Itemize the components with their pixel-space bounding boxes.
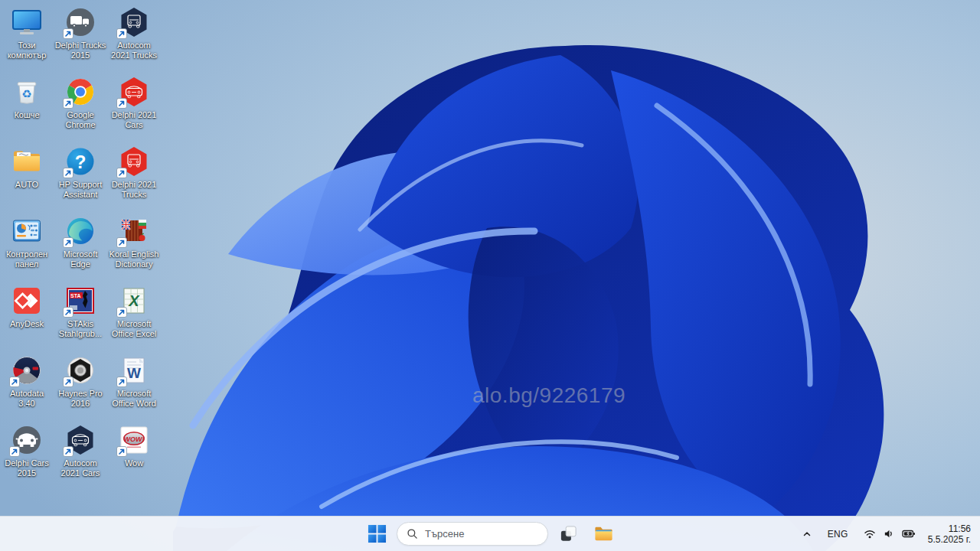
shortcut-arrow-icon bbox=[116, 28, 127, 39]
search-input[interactable]: Търсене bbox=[397, 522, 548, 546]
task-view-icon bbox=[559, 524, 578, 543]
delphi-2021-trucks-icon bbox=[118, 145, 150, 178]
tray-overflow-button[interactable] bbox=[797, 519, 817, 549]
search-placeholder: Търсене bbox=[425, 528, 464, 540]
file-explorer-icon bbox=[593, 523, 614, 544]
windows-logo-icon bbox=[368, 524, 387, 543]
word-icon: W bbox=[118, 354, 150, 386]
desktop-icon-control-panel[interactable]: Контролен панел bbox=[0, 215, 54, 269]
dictionary-book-icon bbox=[118, 215, 150, 247]
desktop-icon-microsoft-edge[interactable]: Microsoft Edge bbox=[54, 215, 107, 269]
stakis-glyph: STA bbox=[70, 293, 80, 298]
desktop: alo.bg/9226179 Този компютър bbox=[0, 0, 980, 551]
recycle-glyph: ♻ bbox=[21, 87, 31, 100]
task-view-button[interactable] bbox=[553, 519, 583, 549]
system-tray: ENG 11:56 bbox=[797, 517, 972, 551]
desktop-icon-label: Microsoft Office Excel bbox=[102, 319, 166, 338]
stakis-icon: STA bbox=[64, 285, 96, 317]
shortcut-arrow-icon bbox=[9, 377, 20, 387]
desktop-icon-label: Autocom 2021 Trucks bbox=[102, 41, 166, 60]
desktop-icon-auto-folder[interactable]: AUTO bbox=[0, 145, 54, 190]
autocom-2021-trucks-icon bbox=[118, 6, 150, 38]
this-pc-icon bbox=[11, 6, 43, 38]
desktop-icon-label: Delphi 2021 Cars bbox=[102, 110, 166, 129]
shortcut-arrow-icon bbox=[63, 98, 74, 109]
desktop-icon-autodata-3-40[interactable]: Autodata 3.40 bbox=[0, 354, 54, 408]
file-explorer-button[interactable] bbox=[588, 519, 619, 549]
taskbar-center-cluster: Търсене bbox=[361, 517, 619, 551]
desktop-icon-microsoft-office-word[interactable]: W Microsoft Office Word bbox=[107, 354, 161, 408]
wifi-icon bbox=[864, 528, 876, 540]
shortcut-arrow-icon bbox=[116, 168, 127, 178]
delphi-2021-cars-icon bbox=[118, 76, 150, 108]
desktop-icon-this-pc[interactable]: Този компютър bbox=[0, 6, 54, 60]
search-icon bbox=[407, 528, 418, 540]
desktop-icon-delphi-2021-cars[interactable]: Delphi 2021 Cars bbox=[107, 76, 161, 129]
desktop-icon-hp-support-assistant[interactable]: ? HP Support Assistant bbox=[54, 145, 107, 199]
word-w-glyph: W bbox=[127, 365, 141, 381]
desktop-icon-autocom-2021-trucks[interactable]: Autocom 2021 Trucks bbox=[107, 6, 161, 60]
desktop-icon-label: Microsoft Office Word bbox=[102, 389, 166, 408]
wallpaper-watermark: alo.bg/9226179 bbox=[472, 383, 626, 408]
chevron-up-icon bbox=[802, 529, 812, 540]
desktop-icon-delphi-cars-2015[interactable]: Delphi Cars 2015 bbox=[0, 424, 54, 478]
excel-x-glyph: X bbox=[128, 292, 140, 309]
folder-icon bbox=[11, 145, 43, 178]
desktop-icon-autocom-2021-cars[interactable]: Autocom 2021 Cars bbox=[54, 424, 107, 478]
start-button[interactable] bbox=[361, 519, 392, 549]
control-panel-icon bbox=[11, 215, 43, 247]
desktop-icon-microsoft-office-excel[interactable]: X Microsoft Office Excel bbox=[107, 285, 161, 338]
desktop-icon-delphi-2021-trucks[interactable]: Delphi 2021 Trucks bbox=[107, 145, 161, 199]
desktop-icon-stakis-stahlgruber[interactable]: STA STAkis Stahlgrub... bbox=[54, 285, 107, 338]
clock-date: 5.5.2025 г. bbox=[928, 534, 971, 545]
hp-support-assistant-icon: ? bbox=[64, 145, 96, 178]
delphi-cars-2015-icon bbox=[11, 424, 43, 456]
shortcut-arrow-icon bbox=[63, 237, 74, 248]
autodata-disc-icon bbox=[11, 354, 43, 386]
shortcut-arrow-icon bbox=[63, 307, 74, 318]
desktop-icon-wow[interactable]: WOW! Wow bbox=[107, 424, 161, 468]
delphi-trucks-2015-icon bbox=[64, 6, 96, 38]
desktop-icon-label: Wow bbox=[102, 458, 166, 468]
anydesk-icon bbox=[11, 285, 43, 317]
autocom-2021-cars-icon bbox=[64, 424, 96, 456]
clock-time: 11:56 bbox=[949, 523, 971, 534]
shortcut-arrow-icon bbox=[116, 98, 127, 109]
desktop-icon-label: Delphi 2021 Trucks bbox=[102, 180, 166, 199]
shortcut-arrow-icon bbox=[63, 446, 74, 457]
desktop-icon-label: Koral English Dictionary bbox=[102, 249, 166, 269]
desktop-icon-recycle-bin[interactable]: ♻ Кошче bbox=[0, 76, 54, 120]
shortcut-arrow-icon bbox=[116, 446, 127, 457]
question-mark-glyph: ? bbox=[75, 152, 87, 172]
shortcut-arrow-icon bbox=[116, 307, 127, 318]
shortcut-arrow-icon bbox=[116, 377, 127, 387]
wow-icon: WOW! bbox=[118, 424, 150, 456]
shortcut-arrow-icon bbox=[9, 446, 20, 457]
language-indicator[interactable]: ENG bbox=[823, 519, 853, 549]
desktop-icon-haynes-pro-2016[interactable]: Haynes Pro 2016 bbox=[54, 354, 107, 408]
desktop-icon-koral-english-dictionary[interactable]: Koral English Dictionary bbox=[107, 215, 161, 269]
wow-glyph: WOW! bbox=[124, 435, 145, 443]
edge-icon bbox=[64, 215, 96, 247]
shortcut-arrow-icon bbox=[63, 377, 74, 387]
taskbar-clock[interactable]: 11:56 5.5.2025 г. bbox=[928, 523, 972, 545]
shortcut-arrow-icon bbox=[63, 28, 74, 39]
volume-icon bbox=[883, 528, 895, 540]
desktop-icon-delphi-trucks-2015[interactable]: Delphi Trucks 2015 bbox=[54, 6, 107, 60]
haynes-nut-icon bbox=[64, 354, 96, 386]
desktop-icon-anydesk[interactable]: AnyDesk bbox=[0, 285, 54, 329]
taskbar: Търсене bbox=[0, 516, 980, 551]
desktop-icon-google-chrome[interactable]: Google Chrome bbox=[54, 76, 107, 129]
chrome-icon bbox=[64, 76, 96, 108]
recycle-bin-icon: ♻ bbox=[11, 76, 43, 108]
shortcut-arrow-icon bbox=[63, 168, 74, 178]
battery-charging-icon bbox=[902, 528, 916, 540]
shortcut-arrow-icon bbox=[116, 237, 127, 248]
network-volume-battery-cluster[interactable] bbox=[861, 528, 919, 540]
excel-icon: X bbox=[118, 285, 150, 317]
